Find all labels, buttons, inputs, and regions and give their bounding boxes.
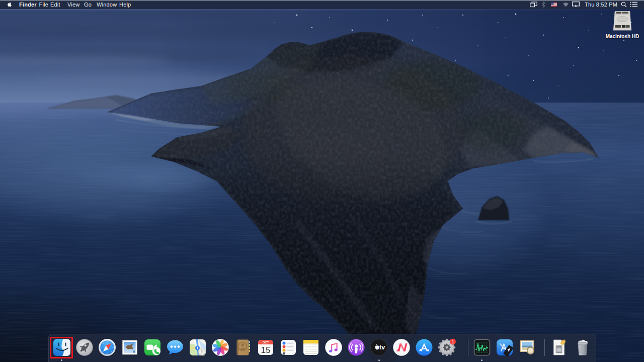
svg-text:tv: tv xyxy=(379,344,385,351)
svg-text:OCT: OCT xyxy=(262,341,269,344)
svg-text:1: 1 xyxy=(451,339,454,344)
svg-text:15: 15 xyxy=(261,345,270,355)
svg-text:30: 30 xyxy=(200,350,203,353)
